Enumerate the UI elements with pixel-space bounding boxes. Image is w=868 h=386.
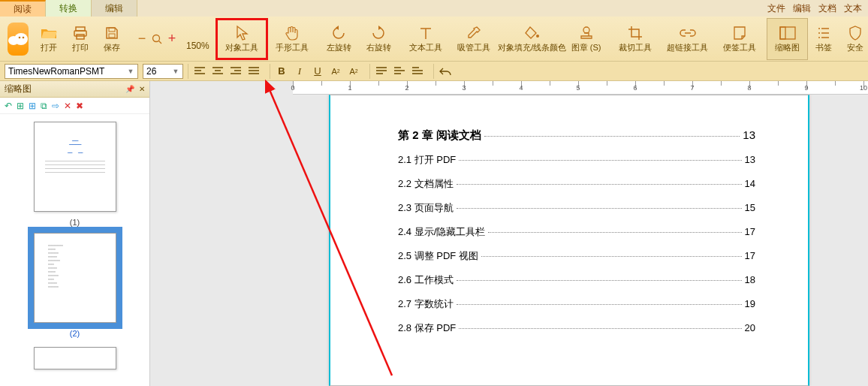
valign-top-button[interactable] <box>373 64 390 79</box>
chevron-down-icon[interactable]: ▼ <box>125 68 136 75</box>
toc-heading-row: 第 2 章 阅读文档 13 <box>398 128 755 143</box>
tab-edit[interactable]: 编辑 <box>92 0 137 17</box>
security-button[interactable]: 安全 <box>839 18 868 60</box>
font-combo[interactable]: ▼ <box>5 64 138 79</box>
thumbnail-icon <box>779 25 796 41</box>
object-tool-label: 对象工具 <box>225 43 258 52</box>
font-size-combo[interactable]: ▼ <box>143 64 183 79</box>
thumbnail-toolbar: ↶ ⊞ ⊞ ⧉ ⇨ ✕ ✖ <box>0 98 149 114</box>
fill-color-button[interactable]: 对象填充/线条颜色 <box>501 18 564 60</box>
thumb-remove-icon[interactable]: ✖ <box>76 101 83 111</box>
open-button[interactable]: 打开 <box>33 18 65 60</box>
svg-point-2 <box>19 36 21 38</box>
fill-color-label: 对象填充/线条颜色 <box>498 43 566 52</box>
thumb-export-icon[interactable]: ⇨ <box>52 101 59 111</box>
svg-line-10 <box>159 41 162 44</box>
zoom-in-button[interactable]: + <box>165 31 179 47</box>
document-viewport[interactable]: 第 2 章 阅读文档 13 2.1 打开 PDF132.2 文档属性142.3 … <box>150 81 868 386</box>
bold-button[interactable]: B <box>273 64 290 79</box>
italic-button[interactable]: I <box>291 64 308 79</box>
thumbnail-list[interactable]: ━━━━━━━━━━━━ ━━━ ━━━ (1) ━━━━━━━━━━━━━━━… <box>0 114 149 386</box>
print-button[interactable]: 打印 <box>65 18 96 60</box>
thumb-add-blank-icon[interactable]: ⊞ <box>29 101 36 111</box>
top-tabs-bar: 阅读 转换 编辑 文件 编辑 文档 文本 <box>0 0 868 17</box>
thumbnail-pane: 缩略图 📌 ✕ ↶ ⊞ ⊞ ⧉ ⇨ ✕ ✖ ━━━━━━━━━━━━ ━━━ ━… <box>0 81 150 386</box>
tab-read[interactable]: 阅读 <box>0 0 46 17</box>
toc-page: 19 <box>745 298 755 309</box>
save-button[interactable]: 保存 <box>96 18 128 60</box>
tab-convert[interactable]: 转换 <box>46 0 92 17</box>
valign-bottom-button[interactable] <box>409 64 426 79</box>
superscript-button[interactable]: A2 <box>327 64 344 79</box>
thumbnail-page-3[interactable] <box>34 347 116 369</box>
undo-group <box>433 64 457 79</box>
thumbnail-page-2[interactable]: ━━━━━━━━━━━━━━━━━━━━━━━━━━━━━━━━━━━━━━━━… <box>34 233 116 323</box>
toc-page: 17 <box>745 250 755 261</box>
chapter-title: 第 2 章 阅读文档 <box>398 128 481 143</box>
text-tool-button[interactable]: 文本工具 <box>402 18 450 60</box>
thumbnail-panel-button[interactable]: 缩略图 <box>767 18 808 60</box>
rotate-right-icon <box>370 25 387 41</box>
subscript-button[interactable]: A2 <box>345 64 362 79</box>
svg-point-1 <box>14 33 28 45</box>
toc-row: 2.3 页面导航15 <box>398 201 755 215</box>
thumbnail-pane-title: 缩略图 <box>5 83 32 95</box>
align-left-button[interactable] <box>191 64 208 79</box>
menu-doc[interactable]: 文档 <box>818 2 836 17</box>
bucket-icon <box>524 25 541 41</box>
style-group: B I U A2 A2 <box>270 64 365 79</box>
crop-button[interactable]: 裁切工具 <box>611 18 659 60</box>
underline-button[interactable]: U <box>309 64 326 79</box>
font-size-input[interactable] <box>143 65 170 78</box>
rotate-left-label: 左旋转 <box>327 43 351 52</box>
toc-row: 2.7 字数统计19 <box>398 297 755 311</box>
undo-button[interactable] <box>437 64 454 79</box>
menu-edit[interactable]: 编辑 <box>793 2 811 17</box>
thumb-duplicate-icon[interactable]: ⧉ <box>41 101 47 111</box>
note-icon <box>731 25 748 41</box>
thumbnail-page-1[interactable]: ━━━━━━━━━━━━ ━━━ ━━━ <box>34 122 116 212</box>
zoom-out-button[interactable]: − <box>135 31 149 47</box>
thumb-delete-icon[interactable]: ✕ <box>64 101 71 111</box>
app-logo[interactable] <box>8 23 29 56</box>
toc-row: 2.5 调整 PDF 视图17 <box>398 249 755 263</box>
hyperlink-button[interactable]: 超链接工具 <box>659 18 716 60</box>
pin-icon[interactable]: 📌 <box>125 85 134 93</box>
zoom-level-label: 150% <box>186 41 209 51</box>
stamp-icon <box>578 25 595 41</box>
toc-label: 2.5 调整 PDF 视图 <box>398 249 478 263</box>
thumb-undo-icon[interactable]: ↶ <box>5 101 12 111</box>
align-justify-button[interactable] <box>246 64 262 79</box>
menu-text[interactable]: 文本 <box>844 2 862 17</box>
eyedropper-button[interactable]: 吸管工具 <box>450 18 498 60</box>
bookmark-panel-label: 书签 <box>815 43 832 52</box>
toc-row: 2.4 显示/隐藏工具栏17 <box>398 225 755 239</box>
rotate-right-button[interactable]: 右旋转 <box>359 18 399 60</box>
thumb-add-page-icon[interactable]: ⊞ <box>17 101 24 111</box>
note-button[interactable]: 便签工具 <box>716 18 764 60</box>
valign-middle-button[interactable] <box>391 64 408 79</box>
rotate-right-label: 右旋转 <box>366 43 391 52</box>
horizontal-ruler: 01234567891011121314151617181920 <box>293 81 868 95</box>
rotate-left-button[interactable]: 左旋转 <box>319 18 359 60</box>
chevron-down-icon[interactable]: ▼ <box>170 68 181 75</box>
printer-icon <box>72 25 89 41</box>
valign-group <box>369 64 429 79</box>
link-icon <box>680 25 696 41</box>
toc-page: 15 <box>745 202 755 213</box>
menu-file[interactable]: 文件 <box>767 2 785 17</box>
bookmark-panel-button[interactable]: 书签 <box>808 18 839 60</box>
font-input[interactable] <box>5 65 125 78</box>
shield-icon <box>847 25 863 41</box>
main-tabs: 阅读 转换 编辑 <box>0 0 137 17</box>
align-right-button[interactable] <box>228 64 244 79</box>
align-center-button[interactable] <box>209 64 226 79</box>
stamp-label: 图章 (S) <box>571 43 601 52</box>
zoom-level[interactable]: 150% <box>183 18 212 60</box>
close-icon[interactable]: ✕ <box>139 85 145 93</box>
hand-icon <box>284 25 300 41</box>
stamp-button[interactable]: 图章 (S) <box>564 18 609 60</box>
object-tool-button[interactable]: 对象工具 <box>215 18 268 60</box>
hand-tool-button[interactable]: 手形工具 <box>268 18 316 60</box>
thumbnail-caption-1: (1) <box>70 218 80 227</box>
